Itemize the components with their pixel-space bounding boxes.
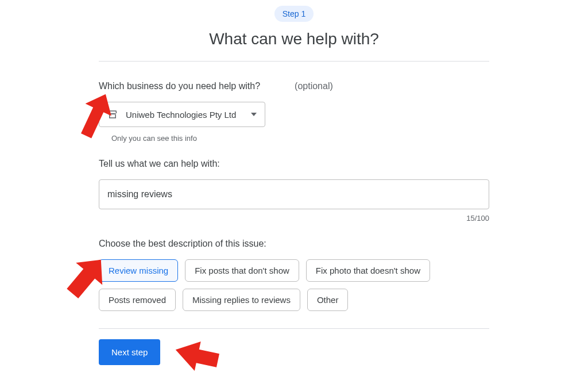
issue-input[interactable]: [99, 179, 489, 209]
business-selected-value: Uniweb Technologies Pty Ltd: [126, 110, 243, 120]
business-dropdown[interactable]: Uniweb Technologies Pty Ltd: [99, 102, 265, 127]
issue-chip-3[interactable]: Posts removed: [99, 289, 176, 311]
choose-label: Choose the best description of this issu…: [99, 239, 489, 249]
issue-chip-2[interactable]: Fix photo that doesn't show: [306, 259, 430, 282]
page-title: What can we help with?: [99, 30, 489, 48]
issue-chip-4[interactable]: Missing replies to reviews: [183, 289, 300, 311]
store-icon: [107, 109, 118, 120]
optional-label: (optional): [295, 81, 333, 91]
divider: [99, 61, 489, 62]
next-step-button[interactable]: Next step: [99, 339, 160, 365]
issue-chip-0[interactable]: Review missing: [99, 259, 178, 282]
issue-chips: Review missingFix posts that don't showF…: [99, 259, 489, 311]
char-counter: 15/100: [99, 214, 489, 223]
divider: [99, 328, 489, 329]
annotation-arrow: [168, 339, 219, 372]
business-label: Which business do you need help with?: [99, 81, 260, 91]
issue-chip-1[interactable]: Fix posts that don't show: [185, 259, 299, 282]
step-badge: Step 1: [274, 6, 314, 22]
issue-chip-5[interactable]: Other: [307, 289, 349, 311]
business-helper-text: Only you can see this info: [111, 134, 489, 143]
svg-marker-2: [172, 339, 219, 372]
caret-down-icon: [251, 113, 257, 116]
issue-label: Tell us what we can help with:: [99, 159, 489, 169]
